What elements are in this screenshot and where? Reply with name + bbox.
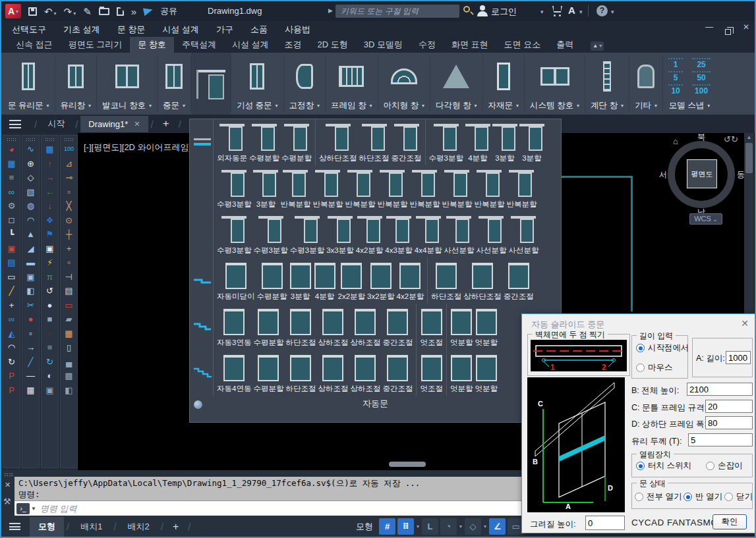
block-item[interactable]: 4x2분할 [397, 261, 424, 302]
crosshair-icon[interactable]: ┼ [61, 227, 77, 242]
pipe-icon[interactable]: ┗ [3, 227, 20, 242]
close-button[interactable]: ✕ [753, 1, 756, 20]
join-icon[interactable]: — [22, 369, 39, 383]
menu-item[interactable]: 가구 [216, 24, 233, 36]
radio-closed[interactable]: 닫기 [724, 491, 753, 502]
cylinder-icon[interactable]: ◍ [22, 199, 39, 213]
block-item[interactable]: 상하조절 [318, 308, 348, 348]
align-right-icon[interactable]: → [42, 171, 58, 185]
ribbon-button[interactable]: 발코니 창호 [97, 53, 157, 115]
block-item[interactable]: 엇분할 [450, 308, 473, 348]
command-grip-icon[interactable] [4, 473, 13, 477]
break-icon[interactable]: ╱ [22, 355, 39, 369]
ortho-mode-icon[interactable]: L [422, 518, 438, 535]
save-icon[interactable] [28, 7, 37, 16]
grid-display-icon[interactable]: # [379, 518, 395, 535]
orbit-icon[interactable]: ↺ [42, 284, 58, 298]
layout-tab[interactable]: 배치1 [72, 517, 111, 537]
snap-mode-icon-caret[interactable]: ▾ [417, 524, 419, 529]
app-logo-icon[interactable]: A [5, 4, 21, 18]
block-item[interactable]: 반복분할 [442, 169, 472, 209]
union-icon[interactable]: ◧ [22, 284, 39, 298]
ribbon-tab[interactable]: 수정 [411, 37, 444, 53]
block-item[interactable]: 수평분할 [253, 308, 283, 348]
login-caret-icon[interactable]: ▾ [540, 9, 544, 15]
block-item[interactable]: 4x3분할 [385, 215, 413, 256]
hatch-icon[interactable]: ▤ [3, 256, 20, 270]
printer-icon[interactable]: ▄ [61, 355, 77, 369]
field-height-input[interactable] [585, 516, 625, 530]
slide-door-plan-icon[interactable] [191, 304, 214, 350]
block-item[interactable]: 4분할 [314, 261, 336, 302]
block-item[interactable]: 수평분할 [281, 123, 312, 163]
image-icon[interactable]: ▩ [61, 369, 77, 383]
select-box-icon[interactable]: ▫ [22, 327, 39, 341]
compass-north-label[interactable]: 북 [697, 133, 705, 143]
radio-open-full[interactable]: 전부 열기 [635, 491, 682, 502]
menu-item[interactable]: 기초 설계 [63, 24, 100, 36]
spline-icon[interactable]: ∿ [22, 142, 39, 157]
slide-door-plan-icon[interactable] [191, 257, 214, 304]
new-tab-button[interactable]: + [156, 117, 176, 130]
block-item[interactable]: 반복분할 [506, 169, 537, 209]
block-item[interactable]: 4분할 [465, 123, 490, 163]
center-snap-icon[interactable]: ⊙ [61, 213, 77, 228]
ruler-icon[interactable]: ▤ [61, 284, 77, 298]
point-chain-icon[interactable]: ∞ [3, 185, 20, 200]
named-point-icon[interactable]: P [3, 383, 20, 398]
command-close-icon[interactable]: ✕ [5, 481, 11, 489]
block-item[interactable]: 반복분할 [377, 169, 407, 209]
red-frame-icon[interactable]: ▭ [61, 298, 77, 313]
layout-tab[interactable]: 모형 [30, 517, 64, 537]
snap-value[interactable]: 1 [668, 58, 683, 69]
wipeout-icon[interactable]: ▣ [3, 242, 20, 256]
solid-cube-icon[interactable]: ❖ [42, 213, 58, 228]
block-item[interactable]: 엇분할 [475, 308, 498, 348]
menu-item[interactable]: 시설 설계 [162, 24, 199, 36]
field-a-input[interactable] [726, 351, 751, 364]
mirror-icon[interactable]: ◭ [3, 327, 20, 341]
polar-tracking-icon[interactable]: ◔ [440, 518, 457, 535]
tab-close-icon[interactable]: ✕ [134, 120, 140, 128]
align-down-icon[interactable]: ↓ [42, 199, 58, 213]
polygon-icon[interactable]: ◇ [22, 171, 39, 185]
block-item[interactable]: 3분할 [289, 261, 312, 302]
isodraft-icon-caret[interactable]: ▾ [484, 524, 486, 529]
block-item[interactable]: 3분할 [253, 169, 278, 209]
ribbon-button[interactable]: 계단 창 [585, 53, 629, 115]
block-item[interactable]: 상하단조절 [463, 261, 502, 302]
polar-tracking-icon-caret[interactable]: ▾ [459, 524, 462, 529]
block-item[interactable]: 중간조절 [504, 261, 534, 302]
document-icon[interactable]: ▯ [61, 340, 77, 355]
fillet-icon[interactable]: ◠ [3, 340, 20, 355]
package-icon[interactable]: ◧ [61, 383, 77, 398]
snap-mode-icon[interactable]: ⠿ [397, 518, 414, 535]
plot-icon[interactable]: ✎ [83, 7, 92, 16]
dialog-close-icon[interactable]: ✕ [741, 318, 749, 329]
share-label[interactable]: 공유 [160, 5, 177, 17]
app-store-caret-icon[interactable]: ▾ [579, 9, 583, 15]
offset-icon[interactable]: → [22, 340, 39, 355]
ribbon-tab[interactable]: 주택설계 [174, 37, 224, 53]
block-item[interactable]: 3분할 [492, 123, 517, 163]
block-item[interactable]: 자동3연동 [217, 308, 251, 348]
block-item[interactable]: 수평분할 [253, 354, 283, 394]
ribbon-button[interactable]: 다각형 창 [430, 53, 482, 115]
scissors-icon[interactable]: ✂ [22, 298, 39, 313]
ribbon-button[interactable]: 시스템 창호 [525, 53, 585, 115]
view-cube-face[interactable]: 평면도 [687, 159, 717, 188]
ribbon-tab[interactable]: 문 창호 [130, 37, 174, 53]
block-item[interactable]: 외자동문 [217, 123, 247, 163]
ribbon-button[interactable]: 유리창 [55, 53, 97, 115]
block-item[interactable]: 상하단조절 [319, 123, 357, 163]
block-item[interactable]: 자동4연동 [217, 354, 251, 394]
block-item[interactable]: 사선분할 [476, 215, 506, 256]
node-icon[interactable]: ▫ [61, 185, 77, 200]
block-item[interactable]: 반복분할 [280, 169, 310, 209]
help-caret-icon[interactable]: ▾ [611, 9, 614, 15]
slide-door-plan-icon[interactable] [191, 119, 214, 165]
home-view-icon[interactable]: ⌂ [673, 136, 678, 146]
model-snap-button[interactable]: 12555010100모델 스냅 [663, 53, 716, 115]
mdi-minimize-button[interactable]: — [705, 22, 713, 37]
view-cube-icon[interactable]: ■ [42, 312, 58, 327]
